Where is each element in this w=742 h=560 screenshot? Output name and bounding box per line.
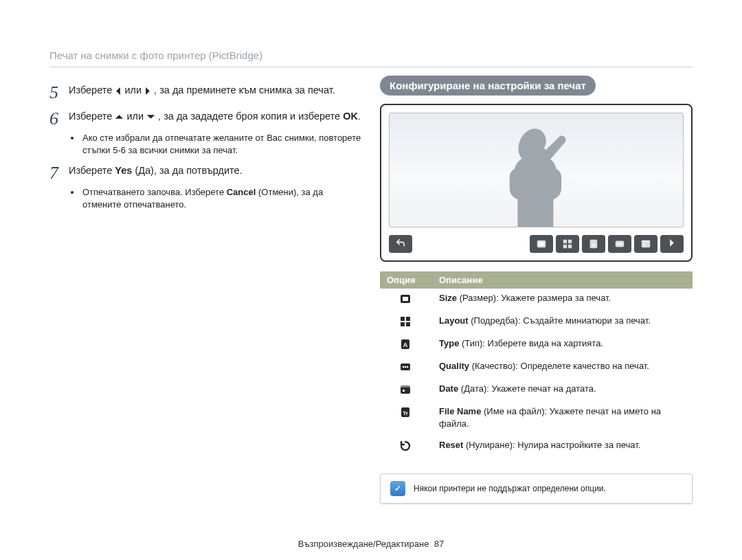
step-6: 6 Изберете или , за да зададете броя коп… [49, 110, 362, 128]
option-description: Type (Тип): Изберете вида на хартията. [439, 337, 686, 350]
option-description: Date (Дата): Укажете печат на датата. [439, 383, 686, 395]
toolbar-size-button[interactable] [530, 235, 553, 253]
type-icon [387, 337, 424, 350]
step-number: 7 [49, 164, 65, 182]
table-row: Layout (Подредба): Създайте миниатюри за… [380, 311, 693, 334]
step-text: Изберете Yes (Да), за да потвърдите. [69, 164, 362, 178]
note-box: ✓ Някои принтери не поддържат определени… [380, 473, 693, 504]
left-column: 5 Изберете или , за да преминете към сни… [49, 76, 362, 504]
step-7: 7 Изберете Yes (Да), за да потвърдите. [49, 164, 362, 182]
step-6-sub: Ако сте избрали да отпечатате желаните о… [49, 132, 362, 156]
layout-icon [387, 315, 424, 328]
table-row: Reset (Нулиране): Нулира настройките за … [380, 436, 693, 458]
reset-icon [387, 439, 424, 452]
info-icon: ✓ [390, 481, 405, 496]
section-title: Конфигуриране на настройки за печат [380, 76, 596, 96]
step-text: Изберете или , за да преминете към снимк… [69, 84, 362, 98]
options-table: Опция Описание Size (Размер): Укажете ра… [380, 271, 693, 458]
step-text: Изберете или , за да зададете броя копия… [69, 110, 362, 124]
size-icon [387, 292, 424, 305]
table-row: Quality (Качество): Определете качество … [380, 357, 693, 379]
right-column: Конфигуриране на настройки за печат [380, 76, 693, 504]
note-text: Някои принтери не поддържат определени о… [414, 484, 606, 493]
table-row: File Name (Име на файл): Укажете печат н… [380, 402, 693, 436]
step-5: 5 Изберете или , за да преминете към сни… [49, 84, 362, 102]
lcd-preview [380, 104, 693, 262]
ok-label: OK [343, 111, 358, 122]
child-silhouette [434, 125, 639, 227]
option-description: Layout (Подредба): Създайте миниатюри за… [439, 315, 686, 327]
toolbar-quality-button[interactable] [608, 235, 631, 253]
next-button[interactable] [660, 235, 684, 253]
back-button[interactable] [389, 235, 412, 253]
caret-right-icon [144, 87, 151, 96]
caret-up-icon [115, 113, 124, 120]
breadcrumb: Печат на снимки с фото принтер (PictBrid… [49, 49, 693, 67]
lcd-toolbar [389, 235, 684, 253]
step-7-sub: Отпечатването започва. Изберете Cancel (… [49, 186, 362, 210]
options-table-head: Опция Описание [380, 271, 693, 289]
table-row: Type (Тип): Изберете вида на хартията. [380, 334, 693, 357]
option-description: Reset (Нулиране): Нулира настройките за … [439, 439, 686, 451]
page-footer: Възпроизвеждане/Редактиране 87 [0, 539, 742, 549]
option-description: Size (Размер): Укажете размера за печат. [439, 292, 686, 304]
toolbar-layout-button[interactable] [556, 235, 579, 253]
caret-left-icon [115, 87, 122, 96]
filename-icon [387, 405, 424, 418]
toolbar-type-button[interactable] [582, 235, 605, 253]
option-description: File Name (Име на файл): Укажете печат н… [439, 405, 686, 429]
lcd-viewport [389, 113, 684, 227]
option-description: Quality (Качество): Определете качество … [439, 360, 686, 372]
date-icon [387, 383, 424, 396]
toolbar-date-button[interactable] [634, 235, 657, 253]
quality-icon [387, 360, 424, 373]
table-row: Size (Размер): Укажете размера за печат. [380, 289, 693, 311]
caret-down-icon [146, 113, 155, 120]
step-number: 5 [49, 84, 65, 102]
table-row: Date (Дата): Укажете печат на датата. [380, 379, 693, 402]
step-number: 6 [49, 110, 65, 128]
